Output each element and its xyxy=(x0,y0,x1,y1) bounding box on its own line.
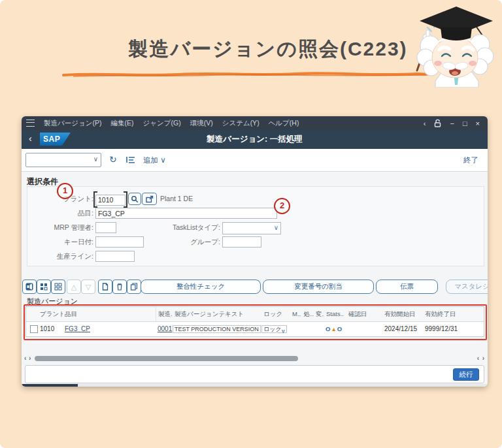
app-header-bar: ‹ SAP 製造バージョン: 一括処理 xyxy=(22,130,488,149)
key-date-input[interactable] xyxy=(95,236,144,248)
header-lock: ロック xyxy=(261,307,290,321)
deselect-all-icon[interactable] xyxy=(51,280,65,294)
collapse-chevron-icon[interactable]: ‹ xyxy=(424,120,426,127)
production-line-input[interactable] xyxy=(95,251,135,262)
assign-change-number-button[interactable]: 変更番号の割当 xyxy=(263,280,374,294)
screen-title: 製造バージョン: 一括処理 xyxy=(22,130,488,149)
status-ok-icon: O xyxy=(326,322,330,336)
table-row: 1010 FG3_CP 0001 TEST PRODUCTION VERSION… xyxy=(26,322,484,336)
chevron-down-icon: ∨ xyxy=(274,224,278,231)
exit-button[interactable]: 終了 xyxy=(463,155,478,165)
consistency-check-button[interactable]: 整合性チェック xyxy=(141,280,261,294)
menu-environment[interactable]: 環境(V) xyxy=(190,119,213,128)
title-underline-scribble xyxy=(60,69,436,80)
table-header-row: プラント 品目 製造.. 製造バージョンテキスト ロック M.. 処.. 変..… xyxy=(26,307,484,322)
chevron-down-icon: ∨ xyxy=(281,326,286,333)
create-page-icon[interactable] xyxy=(98,280,112,294)
select-all-icon[interactable] xyxy=(37,280,51,294)
document-button[interactable]: 伝票 xyxy=(376,280,438,294)
menu-goto[interactable]: ジャンプ(G) xyxy=(142,119,180,128)
menu-bar: 製造バージョン(P) 編集(E) ジャンプ(G) 環境(V) システム(Y) ヘ… xyxy=(22,116,488,130)
menu-production-version[interactable]: 製造バージョン(P) xyxy=(44,119,101,128)
sap-window: 製造バージョン(P) 編集(E) ジャンプ(G) 環境(V) システム(Y) ヘ… xyxy=(22,116,488,387)
overview-list-icon[interactable] xyxy=(126,155,135,164)
close-button[interactable]: × xyxy=(476,120,480,127)
header-proc: 処.. xyxy=(302,307,314,321)
header-stats: Stats.. xyxy=(324,307,346,321)
plant-description: Plant 1 DE xyxy=(160,193,193,204)
cell-chg xyxy=(314,322,324,336)
copy-icon[interactable] xyxy=(127,280,141,294)
cell-valid-from: 2024/12/15 xyxy=(382,322,423,336)
refresh-icon[interactable]: ↻ xyxy=(109,154,117,165)
maximize-button[interactable]: □ xyxy=(463,120,467,127)
group-input[interactable] xyxy=(222,236,261,248)
transaction-input[interactable] xyxy=(26,153,93,165)
cell-m xyxy=(290,322,302,336)
menu-help[interactable]: ヘルプ(H) xyxy=(269,119,299,128)
value-help-search-icon[interactable] xyxy=(128,193,141,205)
header-text: 製造バージョンテキスト xyxy=(173,307,261,321)
hamburger-menu-icon[interactable] xyxy=(26,120,35,127)
production-version-table: プラント 品目 製造.. 製造バージョンテキスト ロック M.. 処.. 変..… xyxy=(25,306,484,337)
header-material: 品目 xyxy=(63,307,156,321)
chevron-down-icon: ∨ xyxy=(93,155,98,163)
footer-command-bar[interactable]: 続行 xyxy=(25,365,484,383)
cell-valid-to: 9999/12/31 xyxy=(423,322,484,336)
cell-plant: 1010 xyxy=(38,322,63,336)
cell-status: O ▲ O xyxy=(324,322,346,336)
production-line-label: 生産ライン: xyxy=(28,250,93,262)
scrollbar-thumb[interactable] xyxy=(35,356,298,361)
cell-proc xyxy=(302,322,314,336)
cell-confirm-date xyxy=(346,322,382,336)
status-strip-segment xyxy=(22,384,78,387)
cell-lock-dropdown[interactable]: ロック..∨ xyxy=(261,325,287,333)
mrp-controller-input[interactable] xyxy=(95,222,116,233)
menu-system[interactable]: システム(Y) xyxy=(222,119,259,128)
header-m: M.. xyxy=(290,307,302,321)
add-menu-button[interactable]: 追加 ∨ xyxy=(143,155,166,165)
material-label: 品目: xyxy=(28,207,93,219)
continue-button[interactable]: 続行 xyxy=(453,368,479,381)
header-valid-from: 有効開始日 xyxy=(382,307,423,321)
header-chg: 変.. xyxy=(314,307,324,321)
header-confirm-date: 確認日 xyxy=(346,307,382,321)
minimize-button[interactable]: − xyxy=(450,120,454,127)
delete-trash-icon[interactable] xyxy=(112,280,127,294)
header-valid-to: 有効終了日 xyxy=(423,307,484,321)
tasklist-type-select[interactable]: ∨ xyxy=(222,222,281,234)
plant-field-focus xyxy=(95,193,126,206)
header-version: 製造.. xyxy=(156,307,173,321)
sort-ascending-icon: △ xyxy=(67,280,81,294)
material-input[interactable] xyxy=(95,208,277,219)
status-warning-icon: ▲ xyxy=(331,322,336,336)
master-recipe-button[interactable]: マスタレシピ編集 xyxy=(446,280,488,294)
cell-version-link[interactable]: 0001 xyxy=(158,325,172,332)
status-ok-icon: O xyxy=(337,322,342,336)
unlock-icon[interactable] xyxy=(434,119,441,127)
annotation-step-1: 1 xyxy=(57,183,73,199)
annotation-step-2: 2 xyxy=(274,198,290,214)
key-date-label: キー日付: xyxy=(28,236,93,248)
chevron-down-icon: ∨ xyxy=(160,156,165,164)
page: 製造バージョンの照会(C223) xyxy=(0,0,502,448)
menu-edit[interactable]: 編集(E) xyxy=(110,119,133,128)
group-label: グループ: xyxy=(155,236,220,248)
mrp-controller-label: MRP 管理者: xyxy=(28,221,93,233)
scroll-left-icon[interactable]: ‹ xyxy=(24,355,26,362)
cell-version-text[interactable]: TEST PRODUCTION VERSION xyxy=(173,325,261,333)
open-in-new-window-icon[interactable] xyxy=(142,193,157,205)
select-views-icon[interactable] xyxy=(22,280,37,294)
row-checkbox[interactable] xyxy=(30,325,38,333)
sort-descending-icon: ▽ xyxy=(81,280,95,294)
header-select xyxy=(26,307,38,321)
cell-material-link[interactable]: FG3_CP xyxy=(65,325,90,332)
scroll-right-icon[interactable]: › xyxy=(482,355,484,362)
window-bottom-strip xyxy=(22,384,488,387)
transaction-combobox[interactable]: ∨ xyxy=(25,153,101,167)
scroll-left-icon[interactable]: ‹ xyxy=(477,355,479,362)
header-plant: プラント xyxy=(38,307,63,321)
plant-input[interactable] xyxy=(95,195,126,206)
professor-illustration xyxy=(412,4,501,88)
scroll-right-icon[interactable]: › xyxy=(29,355,31,362)
